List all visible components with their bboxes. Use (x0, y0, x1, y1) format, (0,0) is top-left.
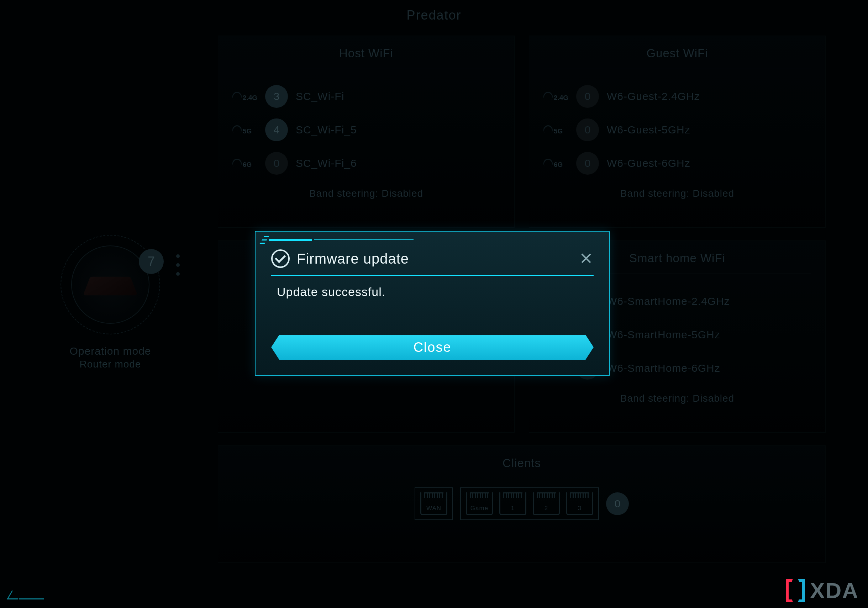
modal-title: Firmware update (297, 251, 409, 267)
modal-decor (262, 236, 414, 244)
modal-message: Update successful. (277, 285, 588, 299)
close-button[interactable]: Close (271, 335, 594, 360)
corner-accent-icon (9, 585, 52, 599)
firmware-update-modal: Firmware update Update successful. Close (255, 231, 610, 376)
xda-text: XDA (810, 578, 859, 603)
success-check-icon (271, 249, 290, 268)
modal-close-icon[interactable] (579, 251, 594, 266)
xda-watermark: XDA (786, 578, 859, 603)
xda-logo-icon (786, 579, 805, 602)
